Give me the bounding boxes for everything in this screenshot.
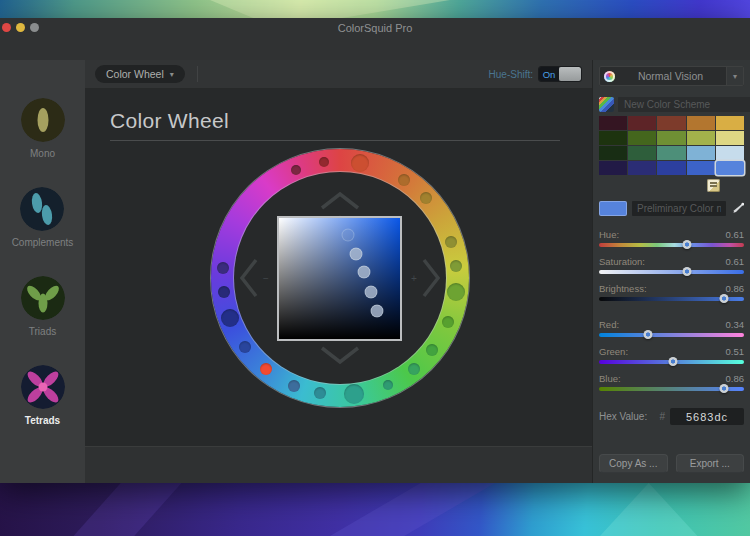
- ring-dot[interactable]: [351, 154, 369, 172]
- slider-track[interactable]: [599, 387, 744, 391]
- palette-swatch[interactable]: [687, 116, 715, 130]
- toolbar-divider: [197, 66, 198, 82]
- shade-marker[interactable]: [341, 228, 354, 241]
- mode-dropdown[interactable]: Color Wheel ▾: [95, 65, 185, 83]
- palette-swatch[interactable]: [599, 131, 627, 145]
- slider-knob[interactable]: [719, 384, 728, 393]
- palette-swatch[interactable]: [657, 146, 685, 160]
- slider-label: Blue:: [599, 373, 621, 384]
- slider-value: 0.51: [726, 346, 745, 357]
- slider-label: Brightness:: [599, 283, 647, 294]
- saturation-brightness-square[interactable]: [277, 216, 402, 341]
- hex-value-input[interactable]: [670, 408, 744, 425]
- chevron-down-icon: ▾: [726, 67, 743, 85]
- slider-knob[interactable]: [683, 267, 692, 276]
- shade-marker[interactable]: [364, 285, 377, 298]
- page-title: Color Wheel: [110, 109, 592, 133]
- palette-swatch[interactable]: [628, 146, 656, 160]
- scheme-note-icon[interactable]: [707, 179, 720, 192]
- color-name-input[interactable]: [632, 201, 726, 216]
- export-button[interactable]: Export ...: [676, 454, 745, 473]
- color-wheel[interactable]: + − − +: [211, 149, 469, 407]
- palette-swatch[interactable]: [628, 131, 656, 145]
- palette-swatch[interactable]: [687, 131, 715, 145]
- vision-dropdown[interactable]: Normal Vision ▾: [599, 66, 744, 86]
- slider-knob[interactable]: [644, 330, 653, 339]
- status-strip: [85, 446, 592, 483]
- ring-dot[interactable]: [398, 174, 410, 186]
- minus-sign: −: [263, 273, 269, 284]
- palette-swatch[interactable]: [687, 161, 715, 175]
- hue-shift-label: Hue-Shift:: [489, 69, 533, 80]
- palette-swatch[interactable]: [628, 116, 656, 130]
- slider-track[interactable]: [599, 243, 744, 247]
- mono-icon: [21, 98, 65, 142]
- slider-label: Saturation:: [599, 256, 645, 267]
- shade-marker[interactable]: [350, 248, 363, 261]
- slider-hue: Hue: 0.61: [599, 229, 744, 247]
- ring-dot[interactable]: [408, 363, 420, 375]
- shade-marker[interactable]: [371, 305, 384, 318]
- slider-track[interactable]: [599, 297, 744, 301]
- hash-sign: #: [659, 411, 665, 422]
- palette-swatch[interactable]: [599, 146, 627, 160]
- sidebar-item-mono[interactable]: Mono: [21, 98, 65, 159]
- desktop-wallpaper-bottom: [0, 483, 750, 536]
- shade-marker[interactable]: [357, 266, 370, 279]
- slider-knob[interactable]: [668, 357, 677, 366]
- window-title: ColorSquid Pro: [0, 22, 750, 34]
- sidebar-item-tetrads[interactable]: Tetrads: [21, 365, 65, 426]
- palette-swatch[interactable]: [599, 116, 627, 130]
- nudge-right-icon: [424, 260, 438, 296]
- color-circle-icon: [604, 71, 615, 82]
- palette-swatch[interactable]: [628, 161, 656, 175]
- ring-dot[interactable]: [420, 192, 432, 204]
- ring-dot[interactable]: [288, 380, 300, 392]
- slider-label: Red:: [599, 319, 619, 330]
- nudge-left-icon: [242, 260, 256, 296]
- copy-as-button[interactable]: Copy As ...: [599, 454, 668, 473]
- slider-green: Green: 0.51: [599, 346, 744, 364]
- palette-swatch[interactable]: [599, 161, 627, 175]
- slider-label: Hue:: [599, 229, 619, 240]
- sidebar-item-complements[interactable]: Complements: [12, 187, 74, 248]
- palette-swatch[interactable]: [657, 116, 685, 130]
- title-underline: [110, 140, 560, 141]
- ring-dot[interactable]: [291, 165, 301, 175]
- slider-value: 0.86: [726, 373, 745, 384]
- palette-swatch[interactable]: [657, 131, 685, 145]
- toggle-knob-icon: [559, 67, 581, 81]
- slider-track[interactable]: [599, 270, 744, 274]
- scheme-name-input[interactable]: [618, 97, 750, 112]
- ring-dot[interactable]: [221, 309, 239, 327]
- wallpaper-facet: [600, 483, 698, 536]
- ring-dot[interactable]: [383, 380, 393, 390]
- slider-knob[interactable]: [683, 240, 692, 249]
- ring-dot[interactable]: [314, 387, 326, 399]
- hue-shift-toggle[interactable]: On: [538, 66, 582, 82]
- wallpaper-facet: [60, 483, 195, 536]
- palette-actions: [599, 175, 744, 195]
- eyedropper-icon[interactable]: [731, 202, 744, 215]
- palette-swatch[interactable]: [687, 146, 715, 160]
- mode-dropdown-label: Color Wheel: [106, 68, 164, 80]
- sidebar: Mono Complements Triads: [0, 60, 85, 483]
- canvas: Color Wheel + − − +: [85, 89, 592, 446]
- slider-knob[interactable]: [719, 294, 728, 303]
- tetrads-icon: [21, 365, 65, 409]
- palette-swatch[interactable]: [716, 146, 744, 160]
- ring-dot[interactable]: [319, 157, 329, 167]
- slider-value: 0.61: [726, 229, 745, 240]
- hue-shift-state: On: [539, 67, 559, 81]
- slider-track[interactable]: [599, 333, 744, 337]
- palette-swatch[interactable]: [716, 161, 744, 175]
- palette-swatch[interactable]: [716, 116, 744, 130]
- triads-icon: [21, 276, 65, 320]
- palette-swatch[interactable]: [716, 131, 744, 145]
- slider-value: 0.86: [726, 283, 745, 294]
- app-window: ColorSquid Pro Mono Complements: [0, 18, 750, 483]
- sidebar-item-triads[interactable]: Triads: [21, 276, 65, 337]
- scheme-stripes-icon: [599, 97, 614, 112]
- palette-swatch[interactable]: [657, 161, 685, 175]
- slider-track[interactable]: [599, 360, 744, 364]
